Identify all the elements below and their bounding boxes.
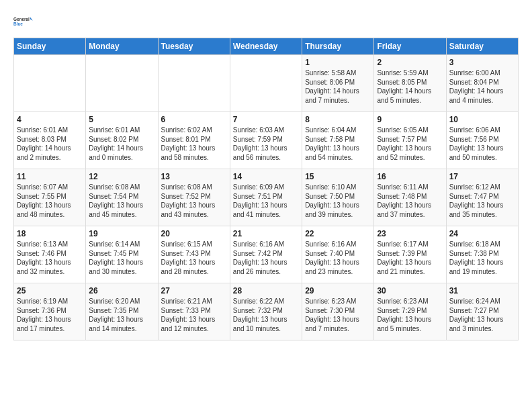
day-number: 16 — [377, 172, 443, 181]
day-number: 5 — [89, 115, 154, 124]
calendar-cell: 31Sunrise: 6:24 AM Sunset: 7:27 PM Dayli… — [446, 283, 518, 340]
calendar-cell: 14Sunrise: 6:09 AM Sunset: 7:51 PM Dayli… — [230, 169, 302, 226]
calendar-week-row: 25Sunrise: 6:19 AM Sunset: 7:36 PM Dayli… — [14, 283, 519, 340]
calendar-cell: 18Sunrise: 6:13 AM Sunset: 7:46 PM Dayli… — [14, 226, 86, 283]
day-info: Sunrise: 6:17 AM Sunset: 7:39 PM Dayligh… — [377, 240, 443, 276]
calendar-body: 1Sunrise: 5:58 AM Sunset: 8:06 PM Daylig… — [14, 55, 519, 340]
day-number: 11 — [17, 172, 83, 181]
day-number: 9 — [377, 115, 443, 124]
calendar-cell: 30Sunrise: 6:23 AM Sunset: 7:29 PM Dayli… — [374, 283, 446, 340]
logo: GeneralBlue — [13, 11, 35, 32]
day-info: Sunrise: 6:20 AM Sunset: 7:35 PM Dayligh… — [89, 297, 154, 333]
calendar-cell: 9Sunrise: 6:05 AM Sunset: 7:57 PM Daylig… — [374, 112, 446, 169]
calendar-cell — [14, 55, 86, 112]
day-info: Sunrise: 6:11 AM Sunset: 7:48 PM Dayligh… — [377, 183, 443, 219]
day-info: Sunrise: 6:03 AM Sunset: 7:59 PM Dayligh… — [233, 126, 299, 162]
day-number: 15 — [305, 172, 371, 181]
day-number: 31 — [449, 286, 515, 295]
calendar-week-row: 11Sunrise: 6:07 AM Sunset: 7:55 PM Dayli… — [14, 169, 519, 226]
day-number: 29 — [305, 286, 371, 295]
weekday-header: Saturday — [446, 38, 518, 55]
svg-text:General: General — [13, 17, 30, 21]
weekday-header: Monday — [86, 38, 158, 55]
day-number: 26 — [89, 286, 154, 295]
calendar-cell: 4Sunrise: 6:01 AM Sunset: 8:03 PM Daylig… — [14, 112, 86, 169]
calendar-cell: 23Sunrise: 6:17 AM Sunset: 7:39 PM Dayli… — [374, 226, 446, 283]
calendar-cell: 22Sunrise: 6:16 AM Sunset: 7:40 PM Dayli… — [302, 226, 374, 283]
calendar-cell: 21Sunrise: 6:16 AM Sunset: 7:42 PM Dayli… — [230, 226, 302, 283]
day-info: Sunrise: 6:01 AM Sunset: 8:02 PM Dayligh… — [89, 126, 154, 162]
day-info: Sunrise: 6:15 AM Sunset: 7:43 PM Dayligh… — [161, 240, 227, 276]
day-number: 12 — [89, 172, 154, 181]
day-number: 19 — [89, 229, 154, 238]
day-number: 10 — [449, 115, 515, 124]
day-info: Sunrise: 6:09 AM Sunset: 7:51 PM Dayligh… — [233, 183, 299, 219]
day-number: 23 — [377, 229, 443, 238]
day-info: Sunrise: 6:16 AM Sunset: 7:40 PM Dayligh… — [305, 240, 371, 276]
day-info: Sunrise: 6:00 AM Sunset: 8:04 PM Dayligh… — [449, 68, 515, 105]
day-info: Sunrise: 6:04 AM Sunset: 7:58 PM Dayligh… — [305, 126, 371, 162]
day-info: Sunrise: 6:19 AM Sunset: 7:36 PM Dayligh… — [17, 297, 83, 333]
weekday-header: Tuesday — [158, 38, 230, 55]
calendar-week-row: 1Sunrise: 5:58 AM Sunset: 8:06 PM Daylig… — [14, 55, 519, 112]
day-info: Sunrise: 6:06 AM Sunset: 7:56 PM Dayligh… — [449, 126, 515, 162]
day-number: 27 — [161, 286, 227, 295]
day-info: Sunrise: 6:02 AM Sunset: 8:01 PM Dayligh… — [161, 126, 227, 162]
calendar-cell: 17Sunrise: 6:12 AM Sunset: 7:47 PM Dayli… — [446, 169, 518, 226]
day-number: 1 — [305, 58, 371, 67]
day-info: Sunrise: 5:59 AM Sunset: 8:05 PM Dayligh… — [377, 68, 443, 105]
day-number: 24 — [449, 229, 515, 238]
calendar-header: SundayMondayTuesdayWednesdayThursdayFrid… — [14, 38, 519, 55]
calendar-cell — [86, 55, 158, 112]
calendar-cell: 6Sunrise: 6:02 AM Sunset: 8:01 PM Daylig… — [158, 112, 230, 169]
day-number: 17 — [449, 172, 515, 181]
day-number: 14 — [233, 172, 299, 181]
weekday-header: Sunday — [14, 38, 86, 55]
day-number: 13 — [161, 172, 227, 181]
day-number: 20 — [161, 229, 227, 238]
calendar-cell — [158, 55, 230, 112]
day-info: Sunrise: 5:58 AM Sunset: 8:06 PM Dayligh… — [305, 68, 371, 105]
weekday-header: Thursday — [302, 38, 374, 55]
day-info: Sunrise: 6:22 AM Sunset: 7:32 PM Dayligh… — [233, 297, 299, 333]
weekday-header: Friday — [374, 38, 446, 55]
calendar-cell: 13Sunrise: 6:08 AM Sunset: 7:52 PM Dayli… — [158, 169, 230, 226]
day-info: Sunrise: 6:18 AM Sunset: 7:38 PM Dayligh… — [449, 240, 515, 276]
page-header: GeneralBlue — [13, 11, 519, 32]
day-number: 25 — [17, 286, 83, 295]
calendar-cell — [230, 55, 302, 112]
calendar-cell: 28Sunrise: 6:22 AM Sunset: 7:32 PM Dayli… — [230, 283, 302, 340]
header-row: SundayMondayTuesdayWednesdayThursdayFrid… — [14, 38, 519, 55]
calendar-cell: 10Sunrise: 6:06 AM Sunset: 7:56 PM Dayli… — [446, 112, 518, 169]
day-info: Sunrise: 6:05 AM Sunset: 7:57 PM Dayligh… — [377, 126, 443, 162]
calendar-table: SundayMondayTuesdayWednesdayThursdayFrid… — [13, 38, 519, 340]
day-info: Sunrise: 6:01 AM Sunset: 8:03 PM Dayligh… — [17, 126, 83, 162]
calendar-cell: 1Sunrise: 5:58 AM Sunset: 8:06 PM Daylig… — [302, 55, 374, 112]
day-number: 18 — [17, 229, 83, 238]
day-info: Sunrise: 6:13 AM Sunset: 7:46 PM Dayligh… — [17, 240, 83, 276]
calendar-cell: 20Sunrise: 6:15 AM Sunset: 7:43 PM Dayli… — [158, 226, 230, 283]
day-number: 30 — [377, 286, 443, 295]
calendar-cell: 3Sunrise: 6:00 AM Sunset: 8:04 PM Daylig… — [446, 55, 518, 112]
svg-marker-2 — [30, 17, 33, 21]
day-number: 4 — [17, 115, 83, 124]
day-number: 8 — [305, 115, 371, 124]
day-info: Sunrise: 6:14 AM Sunset: 7:45 PM Dayligh… — [89, 240, 154, 276]
day-number: 7 — [233, 115, 299, 124]
calendar-cell: 19Sunrise: 6:14 AM Sunset: 7:45 PM Dayli… — [86, 226, 158, 283]
weekday-header: Wednesday — [230, 38, 302, 55]
day-info: Sunrise: 6:21 AM Sunset: 7:33 PM Dayligh… — [161, 297, 227, 333]
day-info: Sunrise: 6:16 AM Sunset: 7:42 PM Dayligh… — [233, 240, 299, 276]
day-info: Sunrise: 6:08 AM Sunset: 7:54 PM Dayligh… — [89, 183, 154, 219]
day-number: 22 — [305, 229, 371, 238]
calendar-cell: 2Sunrise: 5:59 AM Sunset: 8:05 PM Daylig… — [374, 55, 446, 112]
day-number: 3 — [449, 58, 515, 67]
calendar-cell: 11Sunrise: 6:07 AM Sunset: 7:55 PM Dayli… — [14, 169, 86, 226]
day-number: 2 — [377, 58, 443, 67]
calendar-cell: 27Sunrise: 6:21 AM Sunset: 7:33 PM Dayli… — [158, 283, 230, 340]
calendar-cell: 7Sunrise: 6:03 AM Sunset: 7:59 PM Daylig… — [230, 112, 302, 169]
calendar-cell: 8Sunrise: 6:04 AM Sunset: 7:58 PM Daylig… — [302, 112, 374, 169]
calendar-cell: 26Sunrise: 6:20 AM Sunset: 7:35 PM Dayli… — [86, 283, 158, 340]
day-info: Sunrise: 6:10 AM Sunset: 7:50 PM Dayligh… — [305, 183, 371, 219]
calendar-cell: 29Sunrise: 6:23 AM Sunset: 7:30 PM Dayli… — [302, 283, 374, 340]
